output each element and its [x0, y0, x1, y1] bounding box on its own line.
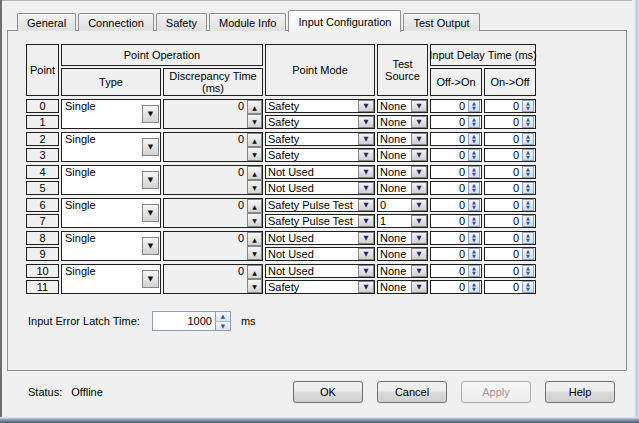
- spin-up-icon[interactable]: ▲: [247, 232, 262, 246]
- spin-up-down-icon[interactable]: ▲▼: [522, 215, 534, 227]
- chevron-down-icon[interactable]: ▼: [358, 133, 374, 145]
- spin-down-icon[interactable]: ▼: [247, 114, 262, 128]
- cancel-button[interactable]: Cancel: [377, 381, 447, 403]
- point-number[interactable]: 1: [26, 115, 59, 129]
- test-source-dropdown[interactable]: None ▼: [377, 247, 428, 261]
- spin-up-down-icon[interactable]: ▲▼: [468, 149, 480, 161]
- on-off-delay-spinner[interactable]: 0 ▲▼: [484, 231, 536, 245]
- test-source-dropdown[interactable]: None ▼: [377, 132, 428, 146]
- point-number[interactable]: 10: [26, 264, 59, 278]
- spin-up-down-icon[interactable]: ▲▼: [468, 166, 480, 178]
- spin-up-icon[interactable]: ▲: [247, 100, 262, 114]
- point-mode-dropdown[interactable]: Not Used ▼: [265, 264, 375, 278]
- spin-up-down-icon[interactable]: ▲▼: [522, 232, 534, 244]
- spin-up-down-icon[interactable]: ▲▼: [522, 149, 534, 161]
- tab-connection[interactable]: Connection: [78, 13, 154, 31]
- type-dropdown[interactable]: Single ▼: [61, 264, 161, 294]
- spin-up-down-icon[interactable]: ▲▼: [522, 248, 534, 260]
- point-number[interactable]: 7: [26, 214, 59, 228]
- point-mode-dropdown[interactable]: Not Used ▼: [265, 247, 375, 261]
- spin-up-down-icon[interactable]: ▲▼: [522, 199, 534, 211]
- tab-test-output[interactable]: Test Output: [403, 13, 479, 31]
- point-mode-dropdown[interactable]: Not Used ▼: [265, 165, 375, 179]
- on-off-delay-spinner[interactable]: 0 ▲▼: [484, 214, 536, 228]
- tab-module-info[interactable]: Module Info: [209, 13, 286, 31]
- chevron-down-icon[interactable]: ▼: [358, 248, 374, 260]
- spin-up-down-icon[interactable]: ▲▼: [522, 166, 534, 178]
- point-number[interactable]: 0: [26, 99, 59, 113]
- spin-up-down-icon[interactable]: ▲▼: [468, 232, 480, 244]
- spin-up-down-icon[interactable]: ▲▼: [468, 199, 480, 211]
- test-source-dropdown[interactable]: 0 ▼: [377, 198, 428, 212]
- chevron-down-icon[interactable]: ▼: [411, 265, 427, 277]
- on-off-delay-spinner[interactable]: 0 ▲▼: [484, 264, 536, 278]
- spin-up-down-icon[interactable]: ▲▼: [468, 265, 480, 277]
- chevron-down-icon[interactable]: ▼: [411, 133, 427, 145]
- off-on-delay-spinner[interactable]: 0 ▲▼: [430, 264, 482, 278]
- off-on-delay-spinner[interactable]: 0 ▲▼: [430, 280, 482, 294]
- point-mode-dropdown[interactable]: Safety Pulse Test ▼: [265, 214, 375, 228]
- off-on-delay-spinner[interactable]: 0 ▲▼: [430, 231, 482, 245]
- input-error-latch-time-stepper[interactable]: ▲ ▼: [215, 311, 231, 331]
- spin-up-down-icon[interactable]: ▲▼: [522, 182, 534, 194]
- point-number[interactable]: 2: [26, 132, 59, 146]
- spin-up-down-icon[interactable]: ▲▼: [522, 281, 534, 293]
- spin-down-icon[interactable]: ▼: [247, 147, 262, 161]
- chevron-down-icon[interactable]: ▼: [358, 199, 374, 211]
- off-on-delay-spinner[interactable]: 0 ▲▼: [430, 214, 482, 228]
- on-off-delay-spinner[interactable]: 0 ▲▼: [484, 198, 536, 212]
- off-on-delay-spinner[interactable]: 0 ▲▼: [430, 247, 482, 261]
- spin-up-down-icon[interactable]: ▲▼: [468, 116, 480, 128]
- chevron-down-icon[interactable]: ▼: [142, 237, 159, 255]
- spin-down-icon[interactable]: ▼: [247, 213, 262, 227]
- spin-up-down-icon[interactable]: ▲▼: [468, 182, 480, 194]
- point-number[interactable]: 6: [26, 198, 59, 212]
- off-on-delay-spinner[interactable]: 0 ▲▼: [430, 148, 482, 162]
- chevron-down-icon[interactable]: ▼: [142, 105, 159, 123]
- spin-up-down-icon[interactable]: ▲▼: [522, 133, 534, 145]
- type-dropdown[interactable]: Single ▼: [61, 132, 161, 162]
- spin-down-icon[interactable]: ▼: [247, 180, 262, 194]
- spin-up-icon[interactable]: ▲: [247, 166, 262, 180]
- point-mode-dropdown[interactable]: Safety ▼: [265, 115, 375, 129]
- on-off-delay-spinner[interactable]: 0 ▲▼: [484, 181, 536, 195]
- spin-up-icon[interactable]: ▲: [247, 199, 262, 213]
- type-dropdown[interactable]: Single ▼: [61, 99, 161, 129]
- test-source-dropdown[interactable]: None ▼: [377, 115, 428, 129]
- type-dropdown[interactable]: Single ▼: [61, 231, 161, 261]
- point-number[interactable]: 4: [26, 165, 59, 179]
- chevron-down-icon[interactable]: ▼: [142, 171, 159, 189]
- spin-up-down-icon[interactable]: ▲▼: [468, 100, 480, 112]
- point-number[interactable]: 11: [26, 280, 59, 294]
- on-off-delay-spinner[interactable]: 0 ▲▼: [484, 247, 536, 261]
- discrepancy-time-spinner[interactable]: 0 ▲ ▼: [163, 165, 263, 195]
- point-number[interactable]: 8: [26, 231, 59, 245]
- chevron-down-icon[interactable]: ▼: [358, 232, 374, 244]
- spin-up-down-icon[interactable]: ▲▼: [468, 281, 480, 293]
- chevron-down-icon[interactable]: ▼: [142, 204, 159, 222]
- spin-down-icon[interactable]: ▼: [216, 322, 230, 331]
- chevron-down-icon[interactable]: ▼: [358, 281, 374, 293]
- point-mode-dropdown[interactable]: Not Used ▼: [265, 231, 375, 245]
- discrepancy-time-spinner[interactable]: 0 ▲ ▼: [163, 99, 263, 129]
- tab-general[interactable]: General: [17, 13, 76, 31]
- input-error-latch-time-field[interactable]: 1000: [152, 311, 216, 331]
- off-on-delay-spinner[interactable]: 0 ▲▼: [430, 99, 482, 113]
- chevron-down-icon[interactable]: ▼: [358, 265, 374, 277]
- test-source-dropdown[interactable]: None ▼: [377, 181, 428, 195]
- chevron-down-icon[interactable]: ▼: [411, 199, 427, 211]
- chevron-down-icon[interactable]: ▼: [411, 116, 427, 128]
- chevron-down-icon[interactable]: ▼: [411, 182, 427, 194]
- spin-up-down-icon[interactable]: ▲▼: [468, 133, 480, 145]
- chevron-down-icon[interactable]: ▼: [411, 215, 427, 227]
- spin-up-down-icon[interactable]: ▲▼: [522, 265, 534, 277]
- spin-up-down-icon[interactable]: ▲▼: [522, 100, 534, 112]
- test-source-dropdown[interactable]: None ▼: [377, 231, 428, 245]
- discrepancy-time-spinner[interactable]: 0 ▲ ▼: [163, 198, 263, 228]
- chevron-down-icon[interactable]: ▼: [142, 270, 159, 288]
- off-on-delay-spinner[interactable]: 0 ▲▼: [430, 165, 482, 179]
- test-source-dropdown[interactable]: None ▼: [377, 264, 428, 278]
- chevron-down-icon[interactable]: ▼: [358, 116, 374, 128]
- point-number[interactable]: 9: [26, 247, 59, 261]
- point-mode-dropdown[interactable]: Safety ▼: [265, 99, 375, 113]
